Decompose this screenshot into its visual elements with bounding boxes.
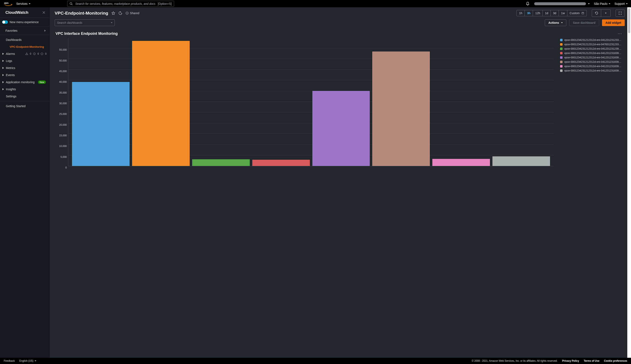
new-menu-label: New menu experience — [10, 20, 39, 24]
chart-widget: VPC Interface Endpoint Monitoring ⋮ 05,0… — [53, 29, 625, 171]
legend-item[interactable]: vpce-0001234231212312d-eni-0412312312332… — [560, 38, 623, 42]
time-range-1h[interactable]: 1h — [517, 10, 525, 16]
language-selector[interactable]: English (US) — [20, 360, 36, 362]
chart-canvas: 05,00010,00015,00020,00025,00030,00035,0… — [55, 38, 556, 171]
feedback-link[interactable]: Feedback — [4, 360, 15, 362]
refresh-button[interactable] — [592, 10, 601, 17]
caret-down-icon — [35, 360, 36, 361]
fullscreen-button[interactable] — [615, 10, 625, 17]
refresh-icon — [595, 11, 598, 15]
legend-item[interactable]: vpce-0001234231212312d-eni-0476312312332… — [560, 43, 623, 46]
unknown-icon — [41, 52, 43, 55]
terms-link[interactable]: Terms of Use — [584, 360, 599, 362]
vertical-scrollbar[interactable] — [627, 7, 631, 358]
caret-down-icon — [561, 22, 563, 23]
shared-indicator[interactable]: Shared — [125, 12, 139, 15]
copyright-text: © 2008 - 2021, Amazon Web Services, Inc.… — [472, 360, 557, 362]
chart-bar[interactable] — [492, 156, 550, 166]
chart-bar[interactable] — [252, 160, 310, 166]
dark-mode-icon[interactable] — [118, 11, 123, 15]
widget-title: VPC Interface Endpoint Monitoring — [56, 32, 118, 36]
sidebar-item-metrics[interactable]: Metrics — [0, 64, 50, 72]
svg-point-13 — [127, 12, 127, 13]
y-tick-label: 45,000 — [55, 70, 67, 73]
global-search-input[interactable] — [75, 2, 156, 6]
chart-bar[interactable] — [312, 91, 370, 166]
dashboard-search[interactable]: Search dashboards — [55, 20, 115, 26]
chart-bar[interactable] — [192, 159, 250, 166]
legend-item[interactable]: vpce-0001234231212312d-eni-0412312318392… — [560, 56, 623, 59]
widget-menu-icon[interactable]: ⋮ — [617, 32, 622, 36]
time-range-3h[interactable]: 3h — [525, 10, 533, 16]
actions-button[interactable]: Actions — [545, 20, 566, 26]
legend-swatch — [560, 39, 562, 41]
legend-label: vpce-0001234231212312d-eni-0412312318394… — [564, 69, 623, 72]
sidebar-item-current-dashboard[interactable]: VPC-Endpoint-Monitoring — [0, 43, 50, 50]
sidebar-item-settings[interactable]: Settings — [0, 93, 50, 100]
sidebar-item-app-monitoring[interactable]: Application monitoring New — [0, 78, 50, 86]
privacy-link[interactable]: Privacy Policy — [562, 360, 579, 362]
refresh-options-button[interactable] — [601, 10, 610, 17]
support-menu[interactable]: Support — [614, 2, 628, 6]
chart-bar[interactable] — [72, 82, 130, 166]
time-range-3d[interactable]: 3d — [551, 10, 559, 16]
service-title: CloudWatch — [6, 10, 28, 15]
save-label: Save dashboard — [573, 21, 595, 24]
legend-item[interactable]: vpce-0001234231212312d-eni-0412312318394… — [560, 69, 623, 72]
aws-logo[interactable]: aws — [4, 1, 13, 6]
legend-swatch — [560, 65, 562, 68]
cookie-link[interactable]: Cookie preferences — [604, 360, 627, 362]
time-range-custom[interactable]: Custom — [567, 10, 586, 16]
region-menu[interactable]: São Paulo — [594, 2, 610, 6]
metrics-label: Metrics — [6, 66, 15, 70]
services-menu[interactable]: Services — [16, 2, 31, 6]
legend-swatch — [560, 43, 562, 46]
sidebar-item-events[interactable]: Events — [0, 72, 50, 78]
time-range-1w[interactable]: 1w — [559, 10, 567, 16]
chart-bar[interactable] — [372, 52, 430, 166]
chart-bar[interactable] — [432, 159, 490, 166]
legend-label: vpce-0001234231212312d-eni-0412312312393… — [564, 47, 623, 50]
sidebar-favorites[interactable]: Favorites — [0, 26, 50, 35]
new-menu-toggle[interactable] — [2, 20, 8, 24]
ok-icon — [33, 52, 36, 55]
sidebar-item-insights[interactable]: Insights — [0, 86, 50, 93]
chart-bars — [68, 38, 554, 166]
y-tick-label: 0 — [55, 166, 67, 169]
events-label: Events — [6, 74, 15, 77]
notifications-icon[interactable] — [525, 2, 530, 6]
add-widget-button[interactable]: Add widget — [602, 20, 625, 26]
time-range-selector: 1h3h12h1d3d1wCustom — [516, 10, 587, 16]
sidebar-item-getting-started[interactable]: Getting Started — [0, 102, 50, 110]
time-range-1d[interactable]: 1d — [543, 10, 551, 16]
dashboards-label: Dashboards — [6, 38, 22, 42]
services-label: Services — [16, 2, 28, 6]
warning-icon — [25, 52, 28, 55]
legend-item[interactable]: vpce-0001234231212312d-eni-0412312318393… — [560, 60, 623, 64]
new-badge: New — [38, 80, 46, 84]
y-tick-label: 50,000 — [55, 59, 67, 62]
legend-item[interactable]: vpce-0001234231212312d-eni-0412312312393… — [560, 47, 623, 50]
sidebar-item-alarms[interactable]: Alarms 0 0 0 — [0, 50, 50, 57]
favorite-star-icon[interactable] — [111, 11, 115, 15]
account-menu[interactable] — [534, 2, 590, 5]
favorites-label: Favorites — [6, 29, 18, 32]
global-nav: aws Services [Option+S] São Paulo Suppor — [0, 0, 631, 7]
legend-item[interactable]: vpce-0001234231212312d-eni-0412312318393… — [560, 52, 623, 54]
chevron-right-icon — [3, 53, 4, 55]
svg-point-11 — [42, 54, 43, 54]
plot-area — [68, 38, 554, 166]
chevron-right-icon — [3, 60, 4, 62]
caret-down-icon — [29, 3, 31, 4]
chart-bar[interactable] — [132, 41, 190, 166]
close-icon[interactable] — [42, 11, 46, 14]
global-search[interactable]: [Option+S] — [67, 1, 174, 7]
chevron-right-icon — [45, 30, 46, 32]
current-dashboard-label: VPC-Endpoint-Monitoring — [10, 45, 44, 48]
sidebar-item-logs[interactable]: Logs — [0, 57, 50, 64]
time-range-12h[interactable]: 12h — [533, 10, 542, 16]
app-monitoring-label: Application monitoring — [6, 80, 35, 84]
legend-item[interactable]: vpce-0001234231212312d-eni-0412312318396… — [560, 65, 623, 68]
sidebar-item-dashboards[interactable]: Dashboards — [0, 36, 50, 43]
alarm-unknown-count: 0 — [45, 52, 47, 55]
